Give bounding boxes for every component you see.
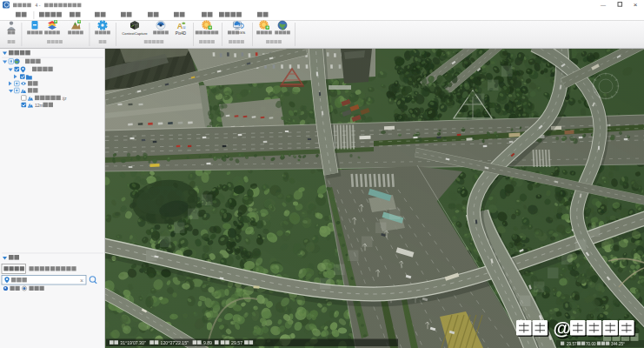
svg-text:12m: 12m [35, 103, 43, 108]
svg-text:120°37'22.15": 120°37'22.15" [161, 340, 189, 345]
svg-text:u: u [183, 24, 185, 30]
svg-text:—: — [601, 3, 606, 8]
svg-text:4 -: 4 - [36, 3, 41, 8]
svg-text:GIS: GIS [239, 30, 246, 35]
svg-text:×: × [80, 278, 83, 284]
svg-text:+: + [55, 19, 57, 23]
svg-text:29.57: 29.57 [567, 342, 577, 346]
svg-text:344.25°: 344.25° [611, 342, 625, 346]
svg-text:+: + [266, 25, 269, 30]
svg-text:+: + [209, 25, 211, 30]
svg-text:×: × [634, 1, 638, 9]
svg-text:29.57: 29.57 [231, 340, 242, 345]
svg-text:+: + [78, 19, 81, 23]
svg-text:70.00: 70.00 [586, 342, 596, 346]
svg-text:31°19'07.30": 31°19'07.30" [120, 340, 146, 345]
svg-text:9.89: 9.89 [203, 340, 212, 345]
svg-text:Pix4D: Pix4D [176, 31, 187, 36]
svg-text:@: @ [554, 318, 571, 338]
svg-text:ContextCapture: ContextCapture [122, 31, 148, 36]
svg-text:.tjz: .tjz [62, 97, 68, 101]
